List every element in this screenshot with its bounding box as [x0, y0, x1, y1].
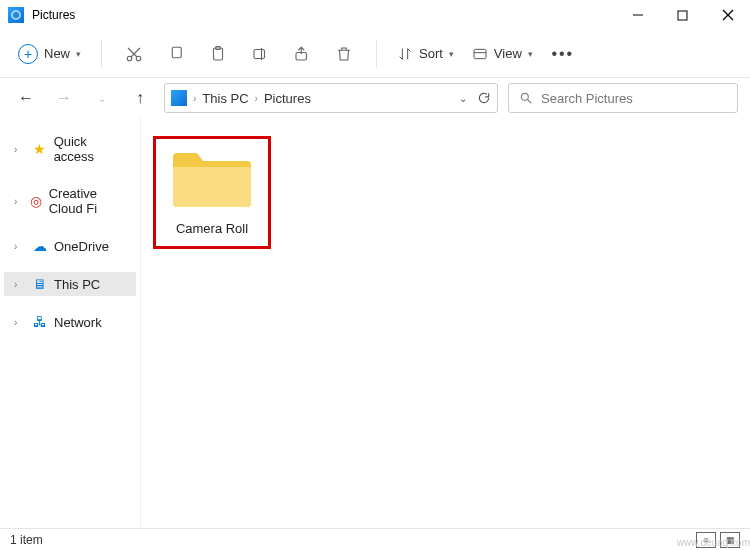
nav-row: ← → ⌄ ↑ › This PC › Pictures ⌄ Search Pi…: [0, 78, 750, 118]
item-count: 1 item: [10, 533, 43, 547]
chevron-down-icon: ▾: [76, 49, 81, 59]
recent-locations-button[interactable]: ⌄: [88, 84, 116, 112]
copy-button[interactable]: [158, 36, 194, 72]
chevron-right-icon: ›: [193, 93, 196, 104]
breadcrumb-pictures[interactable]: Pictures: [264, 91, 311, 106]
search-icon: [519, 91, 533, 105]
sidebar-item-network[interactable]: › 🖧 Network: [4, 310, 136, 334]
pictures-icon: [171, 90, 187, 106]
creative-cloud-icon: ◎: [30, 193, 43, 209]
back-button[interactable]: ←: [12, 84, 40, 112]
title-bar: Pictures: [0, 0, 750, 30]
sidebar-item-label: Network: [54, 315, 102, 330]
new-button[interactable]: + New ▾: [12, 40, 87, 68]
sidebar-item-label: Quick access: [54, 134, 130, 164]
sort-icon: [397, 46, 413, 62]
sidebar-item-label: Creative Cloud Fi: [49, 186, 130, 216]
chevron-right-icon: ›: [14, 196, 24, 207]
view-icon: [472, 46, 488, 62]
delete-button[interactable]: [326, 36, 362, 72]
breadcrumb-this-pc[interactable]: This PC: [202, 91, 248, 106]
chevron-right-icon: ›: [14, 241, 26, 252]
svg-rect-1: [678, 11, 687, 20]
rename-button[interactable]: [242, 36, 278, 72]
monitor-icon: 🖥: [32, 276, 48, 292]
search-input[interactable]: Search Pictures: [508, 83, 738, 113]
chevron-right-icon: ›: [14, 279, 26, 290]
sidebar-item-quick-access[interactable]: › ★ Quick access: [4, 130, 136, 168]
folder-item-camera-roll[interactable]: Camera Roll: [156, 139, 268, 246]
sidebar-item-onedrive[interactable]: › ☁ OneDrive: [4, 234, 136, 258]
sort-label: Sort: [419, 46, 443, 61]
new-label: New: [44, 46, 70, 61]
chevron-right-icon: ›: [14, 144, 26, 155]
highlight-annotation: Camera Roll: [153, 136, 271, 249]
divider: [101, 40, 102, 68]
svg-rect-12: [474, 49, 486, 58]
divider: [376, 40, 377, 68]
status-bar: 1 item ≡ ▦: [0, 528, 750, 550]
ellipsis-icon: •••: [551, 45, 574, 63]
sidebar-item-label: This PC: [54, 277, 100, 292]
svg-line-15: [528, 100, 532, 104]
svg-rect-6: [172, 47, 181, 58]
up-button[interactable]: ↑: [126, 84, 154, 112]
maximize-button[interactable]: [660, 0, 705, 30]
more-button[interactable]: •••: [545, 36, 581, 72]
sort-button[interactable]: Sort ▾: [391, 42, 460, 66]
chevron-down-icon: ▾: [449, 49, 454, 59]
view-button[interactable]: View ▾: [466, 42, 539, 66]
svg-point-14: [521, 93, 528, 100]
svg-rect-9: [254, 49, 265, 58]
watermark: www.deuaq.com: [677, 537, 750, 548]
window-controls: [615, 0, 750, 30]
view-label: View: [494, 46, 522, 61]
paste-button[interactable]: [200, 36, 236, 72]
folder-icon: [171, 149, 253, 211]
sidebar-item-creative-cloud[interactable]: › ◎ Creative Cloud Fi: [4, 182, 136, 220]
network-icon: 🖧: [32, 314, 48, 330]
main-area: › ★ Quick access › ◎ Creative Cloud Fi ›…: [0, 118, 750, 528]
star-icon: ★: [32, 141, 48, 157]
chevron-right-icon: ›: [255, 93, 258, 104]
sidebar: › ★ Quick access › ◎ Creative Cloud Fi ›…: [0, 118, 140, 528]
window-title: Pictures: [32, 8, 75, 22]
plus-circle-icon: +: [18, 44, 38, 64]
forward-button[interactable]: →: [50, 84, 78, 112]
content-pane[interactable]: Camera Roll: [140, 118, 750, 528]
folder-label: Camera Roll: [176, 221, 248, 236]
share-button[interactable]: [284, 36, 320, 72]
close-button[interactable]: [705, 0, 750, 30]
cloud-icon: ☁: [32, 238, 48, 254]
search-placeholder: Search Pictures: [541, 91, 633, 106]
minimize-button[interactable]: [615, 0, 660, 30]
chevron-right-icon: ›: [14, 317, 26, 328]
history-dropdown[interactable]: ⌄: [459, 93, 467, 104]
chevron-down-icon: ▾: [528, 49, 533, 59]
address-bar[interactable]: › This PC › Pictures ⌄: [164, 83, 498, 113]
refresh-button[interactable]: [477, 91, 491, 105]
cut-button[interactable]: [116, 36, 152, 72]
sidebar-item-label: OneDrive: [54, 239, 109, 254]
toolbar: + New ▾ Sort ▾ View ▾ •••: [0, 30, 750, 78]
sidebar-item-this-pc[interactable]: › 🖥 This PC: [4, 272, 136, 296]
app-icon: [8, 7, 24, 23]
